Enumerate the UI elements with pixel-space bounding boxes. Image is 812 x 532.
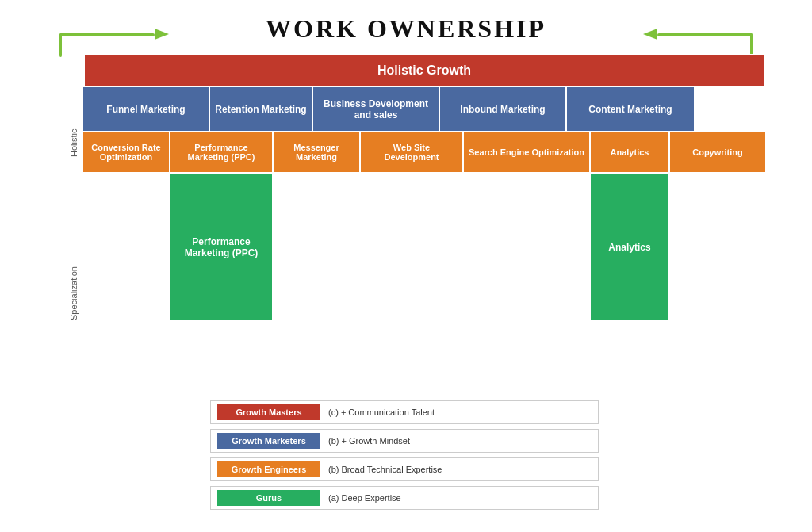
- orange-cell-website: Web Site Development: [361, 132, 464, 172]
- blue-cell-funnel: Funnel Marketing: [83, 87, 210, 131]
- legend-desc-gurus: (a) Deep Expertise: [328, 493, 401, 503]
- orange-row: Conversion Rate Optimization Performance…: [83, 132, 765, 174]
- blue-cell-content: Content Marketing: [567, 87, 694, 131]
- spec-green-analytics: Analytics: [591, 174, 670, 320]
- spec-empty-5: [670, 174, 765, 320]
- svg-marker-5: [643, 29, 657, 40]
- legend: Growth Masters (c) + Communication Talen…: [210, 400, 599, 515]
- legend-desc-marketers: (b) + Growth Mindset: [328, 436, 410, 446]
- legend-item-engineers: Growth Engineers (b) Broad Technical Exp…: [210, 457, 599, 481]
- spec-row: Performance Marketing (PPC) Analytics: [83, 174, 765, 320]
- orange-cell-seo: Search Engine Optimization: [464, 132, 591, 172]
- chart-wrapper: Holistic Specialization Holistic Growth …: [48, 54, 812, 320]
- spec-green-ppc: Performance Marketing (PPC): [170, 174, 274, 320]
- legend-color-masters: Growth Masters: [217, 404, 320, 420]
- page-container: WORK OWNERSHIP Holistic Specialization H…: [0, 6, 812, 532]
- legend-color-engineers: Growth Engineers: [217, 461, 320, 477]
- holistic-growth-label: Holistic Growth: [377, 63, 471, 77]
- holistic-growth-row: Holistic Growth: [83, 54, 765, 87]
- svg-marker-2: [155, 29, 169, 40]
- title-area: WORK OWNERSHIP: [0, 6, 812, 48]
- spec-empty-4: [464, 174, 591, 320]
- svg-rect-1: [59, 33, 155, 36]
- y-label-specialization: Specialization: [69, 201, 79, 320]
- orange-cell-analytics: Analytics: [591, 132, 670, 172]
- spec-empty-3: [361, 174, 464, 320]
- orange-cell-copywriting: Copywriting: [670, 132, 765, 172]
- right-arrow-icon: [594, 16, 753, 44]
- spec-empty-1: [83, 174, 170, 320]
- blue-row: Funnel Marketing Retention Marketing Bus…: [83, 87, 765, 132]
- chart-grid: Holistic Growth Funnel Marketing Retenti…: [83, 54, 765, 320]
- legend-item-masters: Growth Masters (c) + Communication Talen…: [210, 400, 599, 424]
- legend-item-gurus: Gurus (a) Deep Expertise: [210, 486, 599, 510]
- orange-cell-ppc: Performance Marketing (PPC): [170, 132, 274, 172]
- spec-empty-2: [274, 174, 361, 320]
- legend-desc-engineers: (b) Broad Technical Expertise: [328, 465, 442, 474]
- page-title: WORK OWNERSHIP: [266, 14, 546, 44]
- legend-color-marketers: Growth Marketers: [217, 433, 320, 449]
- svg-rect-4: [657, 33, 753, 36]
- left-arrow-icon: [59, 16, 218, 44]
- orange-cell-cro: Conversion Rate Optimization: [83, 132, 170, 172]
- y-label-holistic: Holistic: [69, 54, 79, 157]
- legend-color-gurus: Gurus: [217, 490, 320, 506]
- blue-cell-retention: Retention Marketing: [210, 87, 313, 131]
- orange-cell-messenger: Messenger Marketing: [274, 132, 361, 172]
- blue-cell-inbound: Inbound Marketing: [440, 87, 567, 131]
- blue-cell-bizdev: Business Development and sales: [313, 87, 440, 131]
- y-axis-labels: Holistic Specialization: [48, 54, 83, 320]
- legend-desc-masters: (c) + Communication Talent: [328, 408, 435, 417]
- legend-item-marketers: Growth Marketers (b) + Growth Mindset: [210, 429, 599, 453]
